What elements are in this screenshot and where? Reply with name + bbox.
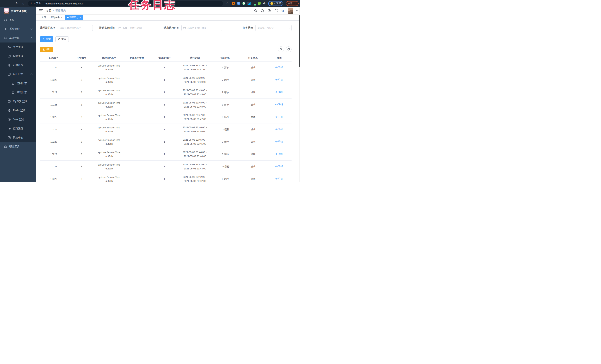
eye-icon [275,79,278,81]
emoji-avatar-icon [270,2,273,5]
sidebar-item-infrastructure[interactable]: 基础设施 [0,33,36,42]
status-cell: 成功 [239,61,267,74]
log-id-cell: 10227 [40,86,68,99]
detail-link[interactable]: 详细 [275,127,283,131]
execute-time-cell: 2021-05-03 23:44:00 ~ 2021-05-03 23:44:0… [178,148,211,160]
action-cell: 详细 [267,61,291,74]
sidebar-item-mysql-monitor[interactable]: MySQL 监控 [0,97,36,106]
avatar-caret-icon[interactable] [296,10,298,11]
sidebar-item-api-log[interactable]: API 日志 [0,70,36,79]
extension-leaf-icon[interactable] [258,2,261,5]
extension-green-icon[interactable]: y [242,2,245,5]
detail-link[interactable]: 详细 [275,65,283,69]
url-path: /job/log [76,2,83,5]
duration-cell: 7 毫秒 [211,136,239,148]
handler-param-cell [123,86,150,99]
detail-link[interactable]: 详细 [275,140,283,143]
duration-cell: 6 毫秒 [211,148,239,160]
search-icon[interactable] [254,9,257,13]
handler-param-cell [123,148,150,160]
back-icon[interactable]: ← [3,2,6,5]
sidebar-item-file-management[interactable]: 文件管理 [0,42,36,51]
dashboard-icon [4,19,7,21]
table-row: 10228 3 sysUserSessionTimeoutJob 1 2021-… [40,74,291,86]
sidebar-item-tracing[interactable]: 链路追踪 [0,124,36,133]
breadcrumb-separator: / [53,9,54,12]
breadcrumb-home[interactable]: 首页 [46,9,51,12]
detail-link[interactable]: 详细 [275,90,283,94]
extension-grid-icon[interactable] [247,2,250,5]
app-logo[interactable]: 芋道管理系统 [0,7,36,15]
toggle-search-button[interactable] [278,46,284,52]
help-icon[interactable] [267,9,271,13]
table-row: 10224 3 sysUserSessionTimeoutJob 1 2021-… [40,123,291,136]
execute-index-cell: 1 [150,99,178,111]
sidebar-item-config-management[interactable]: 配置管理 [0,51,36,61]
job-id-cell: 3 [68,74,95,86]
reset-button[interactable]: 重置 [55,36,69,42]
handler-name-cell: sysUserSessionTimeoutJob [95,86,123,99]
status-cell: 成功 [239,111,267,123]
detail-link[interactable]: 详细 [275,177,283,181]
log-id-cell: 10229 [40,61,68,74]
github-icon[interactable] [260,9,264,13]
handler-name-input[interactable] [58,25,93,31]
font-size-icon[interactable]: tT [281,9,285,13]
extension-ring-icon[interactable] [232,2,235,5]
filter-handler: 处理器的名字 [40,25,93,31]
page-scrollbar[interactable] [299,7,300,182]
hamburger-icon[interactable] [39,9,43,12]
fullscreen-icon[interactable] [274,9,278,13]
reload-icon[interactable]: ↻ [15,2,19,5]
kebab-menu-icon[interactable]: ⋮ [294,2,296,5]
profile-paused-button[interactable]: 已暂停 [268,1,283,6]
search-button[interactable]: 搜索 [40,36,53,42]
detail-link[interactable]: 详细 [275,164,283,168]
sidebar-item-access-log[interactable]: 访问日志 [0,79,36,88]
log-id-cell: 10228 [40,74,68,86]
sidebar-item-scheduled-jobs[interactable]: 定时任务 [0,61,36,70]
end-time-picker[interactable] [181,25,222,31]
detail-link[interactable]: 详细 [275,115,283,119]
scrollbar-thumb[interactable] [299,15,300,67]
filter-end-time: 结束执行时间 [164,25,222,31]
begin-time-picker[interactable] [117,25,157,31]
tab-home[interactable]: 首页 [40,15,48,20]
bookmark-star-icon[interactable]: ☆ [226,2,229,5]
close-tab-icon[interactable]: × [80,16,81,19]
job-id-cell: 3 [68,123,95,136]
sidebar-item-home[interactable]: 首页 [0,15,36,24]
extension-blue-icon[interactable] [237,2,240,5]
sidebar-item-java-monitor[interactable]: Java 监控 [0,115,36,124]
tab-scheduled-jobs[interactable]: 定时任务× [49,15,64,20]
sidebar-item-log-center[interactable]: 日志中心 [0,133,36,142]
execute-time-cell: 2021-05-03 23:49:00 ~ 2021-05-03 23:49:0… [178,86,211,99]
extensions-puzzle-icon[interactable]: ❖ [263,2,265,5]
update-label: 更新 [288,2,293,5]
export-button[interactable]: 导出 [40,47,53,52]
sidebar-item-system[interactable]: 系统管理 [0,24,36,33]
security-label: 不安全 [34,2,41,5]
sidebar-item-error-log[interactable]: 错误日志 [0,88,36,97]
forward-icon[interactable]: → [9,2,13,5]
extension-on-icon[interactable] [252,2,256,5]
refresh-table-button[interactable] [286,46,291,52]
browser-update-button[interactable]: 更新 ⋮ [286,1,299,6]
execute-time-cell: 2021-05-03 23:51:00 ~ 2021-05-03 23:51:0… [178,61,211,74]
filter-form: 处理器的名字 开始执行时间 结束执行时间 [40,25,291,31]
search-icon [42,38,45,40]
sidebar-item-redis-monitor[interactable]: Redis 监控 [0,106,36,115]
detail-link[interactable]: 详细 [275,78,283,82]
user-avatar[interactable] [288,8,293,14]
detail-link[interactable]: 详细 [275,152,283,156]
close-tab-icon[interactable]: × [61,16,62,19]
filter-actions: 搜索 重置 [40,36,291,42]
detail-link[interactable]: 详细 [275,102,283,106]
tab-job-log[interactable]: 调度日志× [65,15,83,20]
sidebar-item-dev-tools[interactable]: 研发工具 [0,142,36,151]
address-bar[interactable]: ⚠ 不安全 dashboard.yudao.iocoder.cn/job/log [28,1,223,6]
home-icon[interactable]: ⌂ [21,2,25,5]
job-status-select[interactable] [255,25,291,31]
job-id-cell: 3 [68,160,95,173]
breadcrumb: 首页 / 调度日志 [46,9,66,12]
